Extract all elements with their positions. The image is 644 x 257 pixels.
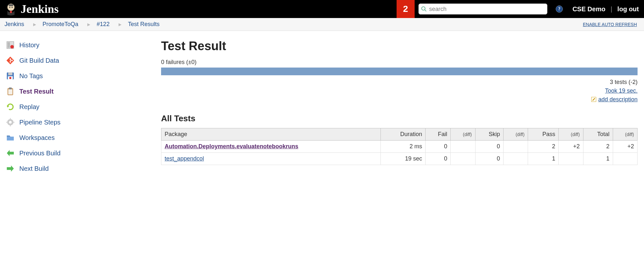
svg-point-9 xyxy=(10,45,14,49)
clipboard-icon xyxy=(6,87,15,96)
logout-link[interactable]: log out xyxy=(617,5,639,13)
sidebar-item-label: Next Build xyxy=(19,165,49,172)
package-link[interactable]: test_appendcol xyxy=(165,155,204,162)
search-input[interactable] xyxy=(418,4,547,14)
svg-rect-1 xyxy=(9,4,14,6)
top-header: Jenkins 2 ? CSE Demo | log out xyxy=(0,0,644,18)
breadcrumb-item[interactable]: Jenkins xyxy=(5,21,24,28)
cell-total-diff xyxy=(613,153,637,165)
breadcrumb-item[interactable]: Test Results xyxy=(128,21,159,28)
chevron-right-icon: ▶ xyxy=(33,22,36,27)
sidebar-item-label: No Tags xyxy=(19,72,43,80)
cell-fail-diff xyxy=(451,141,475,153)
svg-point-2 xyxy=(9,7,11,8)
cell-fail-diff xyxy=(451,153,475,165)
app-name: Jenkins xyxy=(21,2,59,16)
cell-total: 2 xyxy=(583,141,613,153)
svg-rect-25 xyxy=(10,125,11,126)
svg-rect-24 xyxy=(10,118,11,119)
cell-skip: 0 xyxy=(475,153,503,165)
folder-icon xyxy=(6,133,15,142)
svg-point-3 xyxy=(12,7,13,8)
cell-pass: 2 xyxy=(528,141,559,153)
cell-fail: 0 xyxy=(426,153,451,165)
help-icon[interactable]: ? xyxy=(556,5,563,13)
sidebar-item-test-result[interactable]: Test Result xyxy=(6,84,155,99)
main-content: Test Result 0 failures (±0) 3 tests (-2)… xyxy=(158,31,644,179)
tests-count: 3 tests (-2) xyxy=(161,78,638,87)
sidebar: History Git Build Data No Tags Test Resu… xyxy=(0,31,158,179)
cell-skip-diff xyxy=(503,153,528,165)
col-pass[interactable]: Pass xyxy=(528,128,559,141)
gear-icon xyxy=(6,118,15,127)
sidebar-item-label: Replay xyxy=(19,103,39,111)
disk-icon xyxy=(6,71,15,80)
chevron-right-icon: ▶ xyxy=(119,22,121,27)
svg-rect-26 xyxy=(6,122,7,123)
cell-total: 1 xyxy=(583,153,613,165)
svg-rect-20 xyxy=(8,89,13,95)
took-link[interactable]: Took 19 sec. xyxy=(605,87,638,94)
cell-fail: 0 xyxy=(426,141,451,153)
cell-total-diff: +2 xyxy=(613,141,637,153)
sidebar-item-replay[interactable]: Replay xyxy=(6,99,155,115)
col-duration[interactable]: Duration xyxy=(381,128,426,141)
add-description-link[interactable]: add description xyxy=(598,95,638,104)
col-package[interactable]: Package xyxy=(161,128,381,141)
notification-badge[interactable]: 2 xyxy=(397,0,415,18)
sidebar-item-next-build[interactable]: Next Build xyxy=(6,161,155,176)
col-pass-diff[interactable]: (diff) xyxy=(559,128,583,141)
cell-skip-diff xyxy=(503,141,528,153)
user-link[interactable]: CSE Demo xyxy=(572,5,605,13)
svg-rect-21 xyxy=(9,87,12,89)
failures-summary: 0 failures (±0) xyxy=(161,59,638,66)
cell-duration: 2 ms xyxy=(381,141,426,153)
git-icon xyxy=(6,56,15,65)
chevron-right-icon: ▶ xyxy=(87,22,90,27)
sidebar-item-label: Pipeline Steps xyxy=(19,119,61,126)
table-header-row: Package Duration Fail (diff) Skip (diff)… xyxy=(161,128,638,141)
sidebar-item-pipeline-steps[interactable]: Pipeline Steps xyxy=(6,115,155,130)
table-row: test_appendcol 19 sec 0 0 1 1 xyxy=(161,153,638,165)
svg-rect-8 xyxy=(7,42,10,48)
col-skip[interactable]: Skip xyxy=(475,128,503,141)
col-fail[interactable]: Fail xyxy=(426,128,451,141)
arrow-left-icon xyxy=(6,149,15,158)
sidebar-item-notags[interactable]: No Tags xyxy=(6,68,155,84)
cell-pass: 1 xyxy=(528,153,559,165)
cell-pass-diff xyxy=(559,153,583,165)
svg-line-14 xyxy=(10,60,12,60)
col-total[interactable]: Total xyxy=(583,128,613,141)
edit-icon xyxy=(591,97,597,103)
breadcrumb-item[interactable]: #122 xyxy=(97,21,110,28)
col-fail-diff[interactable]: (diff) xyxy=(451,128,475,141)
table-row: Automation.Deployments.evaluatenotebookr… xyxy=(161,141,638,153)
replay-icon xyxy=(6,102,15,111)
logo-area[interactable]: Jenkins xyxy=(0,1,62,17)
sidebar-item-git[interactable]: Git Build Data xyxy=(6,53,155,68)
breadcrumb-item[interactable]: PromoteToQa xyxy=(43,21,78,28)
sidebar-item-workspaces[interactable]: Workspaces xyxy=(6,130,155,145)
jenkins-logo-icon xyxy=(3,1,19,17)
history-icon xyxy=(6,41,15,50)
package-link[interactable]: Automation.Deployments.evaluatenotebookr… xyxy=(165,143,298,150)
svg-point-5 xyxy=(422,7,425,10)
col-total-diff[interactable]: (diff) xyxy=(613,128,637,141)
cell-pass-diff: +2 xyxy=(559,141,583,153)
breadcrumb: Jenkins ▶ PromoteToQa ▶ #122 ▶ Test Resu… xyxy=(0,18,644,31)
svg-rect-27 xyxy=(13,122,14,123)
sidebar-item-history[interactable]: History xyxy=(6,37,155,53)
enable-auto-refresh-link[interactable]: ENABLE AUTO REFRESH xyxy=(583,22,637,27)
sidebar-item-label: Git Build Data xyxy=(19,57,59,64)
sidebar-item-label: Test Result xyxy=(19,88,53,95)
cell-skip: 0 xyxy=(475,141,503,153)
sidebar-item-label: Workspaces xyxy=(19,134,55,142)
separator: | xyxy=(610,5,612,13)
col-skip-diff[interactable]: (diff) xyxy=(503,128,528,141)
sidebar-item-label: History xyxy=(19,41,39,49)
sidebar-item-previous-build[interactable]: Previous Build xyxy=(6,145,155,161)
search-wrap xyxy=(418,4,547,14)
sidebar-item-label: Previous Build xyxy=(19,150,61,157)
test-progress-bar xyxy=(161,68,638,75)
tests-table: Package Duration Fail (diff) Skip (diff)… xyxy=(161,128,638,165)
